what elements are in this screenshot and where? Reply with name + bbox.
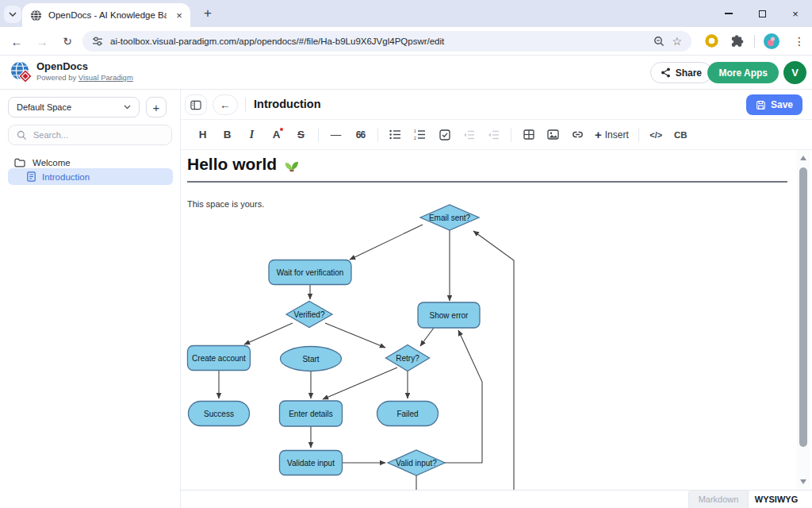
chevron-down-icon bbox=[9, 12, 17, 17]
window-minimize-button[interactable] bbox=[712, 0, 745, 27]
share-button[interactable]: Share bbox=[650, 62, 712, 83]
editor-mode-bar: Markdown WYSIWYG bbox=[181, 490, 812, 508]
inline-code-button[interactable]: </> bbox=[644, 125, 668, 145]
flowchart-edge bbox=[325, 323, 385, 348]
color-dot-icon bbox=[280, 128, 283, 131]
flowchart-node-label: Create account bbox=[192, 354, 246, 363]
formatting-toolbar: H B I A S — 66 12 bbox=[181, 120, 812, 150]
scrollbar-thumb[interactable] bbox=[799, 167, 807, 447]
outdent-button[interactable] bbox=[481, 125, 506, 145]
sidebar-toggle-button[interactable] bbox=[185, 94, 207, 115]
topbar-divider bbox=[245, 98, 246, 112]
doc-back-button[interactable]: ← bbox=[213, 94, 238, 115]
file-label: Introduction bbox=[42, 172, 90, 182]
search-placeholder: Search... bbox=[33, 130, 68, 140]
document-title: Introduction bbox=[254, 98, 321, 110]
space-selector-label: Default Space bbox=[17, 102, 71, 112]
search-input[interactable]: Search... bbox=[8, 125, 172, 145]
window-close-button[interactable]: × bbox=[779, 0, 812, 27]
tab-close-icon[interactable]: × bbox=[173, 9, 186, 21]
toolbar-divider bbox=[754, 35, 755, 48]
flowchart-edge bbox=[244, 323, 293, 344]
blockquote-button[interactable]: 66 bbox=[348, 125, 373, 145]
new-tab-button[interactable]: + bbox=[198, 4, 217, 23]
site-settings-icon[interactable] bbox=[92, 36, 103, 47]
insert-button[interactable]: + Insert bbox=[590, 125, 634, 145]
reload-button[interactable]: ↻ bbox=[57, 31, 78, 52]
flowchart-node-label: Enter details bbox=[289, 410, 333, 418]
browser-toolbar: ← → ↻ ai-toolbox.visual-paradigm.com/app… bbox=[0, 27, 812, 56]
svg-text:1: 1 bbox=[414, 129, 416, 133]
outdent-icon bbox=[488, 130, 500, 140]
save-label: Save bbox=[771, 99, 793, 110]
horizontal-rule-button[interactable]: — bbox=[324, 125, 348, 145]
add-space-button[interactable]: + bbox=[146, 97, 167, 117]
more-apps-button[interactable]: More Apps bbox=[707, 62, 779, 83]
bullet-list-button[interactable] bbox=[383, 125, 408, 145]
panel-icon bbox=[190, 100, 201, 110]
italic-button[interactable]: I bbox=[239, 125, 264, 145]
flowchart-node-label: Show error bbox=[430, 311, 469, 320]
bookmark-star-icon[interactable]: ☆ bbox=[672, 36, 682, 47]
space-selector[interactable]: Default Space bbox=[8, 97, 140, 117]
flowchart-node-label: Email sent? bbox=[429, 214, 471, 222]
browser-menu-icon[interactable]: ⋮ bbox=[791, 31, 808, 52]
image-button[interactable] bbox=[541, 125, 565, 145]
app-title: OpenDocs bbox=[36, 60, 88, 72]
document-icon bbox=[27, 171, 36, 182]
save-button[interactable]: Save bbox=[746, 94, 802, 115]
vertical-scrollbar[interactable] bbox=[797, 150, 810, 490]
extensions-icon[interactable] bbox=[730, 34, 744, 51]
code-block-button[interactable]: CB bbox=[668, 125, 693, 145]
url-text: ai-toolbox.visual-paradigm.com/app/opend… bbox=[110, 37, 646, 46]
share-icon bbox=[661, 67, 671, 78]
checklist-button[interactable] bbox=[432, 125, 457, 145]
flowchart-edge bbox=[323, 368, 397, 399]
visual-paradigm-link[interactable]: Visual Paradigm bbox=[79, 73, 133, 82]
sidebar-item-introduction[interactable]: Introduction bbox=[8, 168, 173, 185]
extension-donut-icon[interactable] bbox=[704, 33, 719, 52]
toolbar-divider bbox=[638, 128, 639, 142]
document-content[interactable]: Hello world This space is yours. bbox=[181, 150, 812, 490]
link-button[interactable] bbox=[565, 125, 590, 145]
address-bar[interactable]: ai-toolbox.visual-paradigm.com/app/opend… bbox=[82, 31, 691, 52]
user-avatar[interactable]: V bbox=[783, 61, 806, 84]
forward-button[interactable]: → bbox=[32, 31, 52, 52]
sidebar: Default Space + Search... Welcome Introd… bbox=[0, 90, 181, 508]
powered-by-text: Powered by bbox=[36, 73, 76, 82]
back-button[interactable]: ← bbox=[6, 31, 27, 52]
mode-markdown-button[interactable]: Markdown bbox=[688, 491, 748, 508]
profile-avatar[interactable] bbox=[763, 33, 780, 53]
table-button[interactable] bbox=[516, 125, 541, 145]
numbered-list-icon: 12 bbox=[414, 129, 426, 140]
chevron-down-icon bbox=[124, 105, 131, 110]
toolbar-divider bbox=[318, 128, 319, 142]
zoom-icon[interactable] bbox=[653, 36, 665, 47]
scroll-down-icon[interactable] bbox=[800, 479, 806, 484]
toolbar-divider bbox=[511, 128, 511, 142]
strikethrough-button[interactable]: S bbox=[289, 125, 313, 145]
flowchart-diagram[interactable]: Email sent?Wait for verificationVerified… bbox=[181, 150, 796, 490]
window-maximize-button[interactable] bbox=[745, 0, 779, 27]
flowchart-node-label: Verified? bbox=[294, 310, 325, 319]
browser-tab[interactable]: OpenDocs - AI Knowledge Base × bbox=[22, 3, 190, 27]
indent-button[interactable] bbox=[457, 125, 481, 145]
mode-wysiwyg-button[interactable]: WYSIWYG bbox=[748, 491, 804, 508]
flowchart-node-label: Failed bbox=[396, 410, 418, 418]
globe-favicon-icon bbox=[30, 10, 42, 21]
toolbar-divider bbox=[377, 128, 378, 142]
bullet-list-icon bbox=[389, 129, 401, 140]
bold-button[interactable]: B bbox=[215, 125, 239, 145]
search-icon bbox=[17, 130, 27, 140]
maximize-icon bbox=[759, 10, 766, 17]
scroll-up-icon[interactable] bbox=[800, 156, 806, 160]
tab-search-button[interactable] bbox=[4, 6, 21, 23]
flowchart-edge bbox=[473, 231, 514, 490]
flowchart-edge bbox=[420, 328, 434, 346]
folder-icon bbox=[14, 158, 25, 167]
flowchart-node-label: Wait for verification bbox=[277, 268, 344, 277]
minimize-icon bbox=[725, 13, 733, 13]
numbered-list-button[interactable]: 12 bbox=[408, 125, 432, 145]
heading-button[interactable]: H bbox=[190, 125, 215, 145]
font-color-button[interactable]: A bbox=[264, 125, 289, 145]
